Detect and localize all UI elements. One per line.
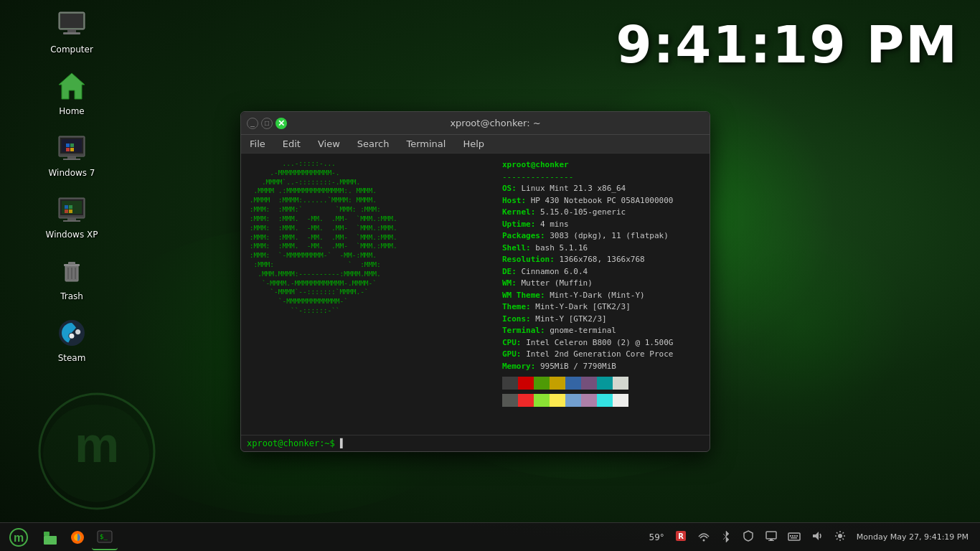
- windowsxp-icon[interactable]: Windows XP: [43, 192, 100, 240]
- neofetch-packages: Packages: 3083 (dpkg), 11 (flatpak): [502, 230, 705, 242]
- svg-line-61: [842, 532, 844, 534]
- terminal-body: ...-:::::-... .-MMMMMMMMMMMMM-. .MMMM`..…: [241, 154, 710, 435]
- svg-line-60: [842, 539, 844, 540]
- bluetooth-icon[interactable]: [717, 528, 735, 546]
- home-icon-image: [55, 69, 89, 103]
- svg-marker-4: [59, 73, 85, 99]
- swatch-0: [502, 377, 518, 390]
- neofetch-terminal: Terminal: gnome-terminal: [502, 325, 705, 337]
- svg-rect-44: [766, 532, 776, 539]
- svg-rect-13: [70, 148, 74, 151]
- svg-rect-48: [790, 535, 791, 537]
- svg-rect-19: [65, 205, 68, 209]
- swatch-4: [565, 377, 581, 390]
- svg-marker-53: [813, 532, 819, 540]
- svg-rect-12: [66, 148, 70, 151]
- svg-rect-9: [63, 159, 80, 160]
- svg-rect-46: [768, 540, 774, 541]
- swatch-10: [534, 394, 550, 407]
- svg-rect-11: [70, 143, 74, 147]
- swatch-6: [597, 377, 613, 390]
- steam-icon-image: [55, 316, 89, 350]
- brightness-icon[interactable]: [831, 528, 849, 546]
- computer-icon[interactable]: Computer: [43, 7, 100, 55]
- svg-rect-10: [66, 143, 70, 147]
- input-icon[interactable]: [785, 528, 804, 546]
- windows7-icon[interactable]: Windows 7: [43, 131, 100, 178]
- swatch-11: [550, 394, 565, 407]
- taskbar-apps: $_: [37, 524, 118, 550]
- neofetch-resolution: Resolution: 1366x768, 980x551: [502, 254, 705, 266]
- steam-icon[interactable]: Steam: [43, 316, 100, 363]
- taskbar-firefox[interactable]: [65, 524, 90, 550]
- neofetch-memory: Memory: 995MiB / 7790MiB: [502, 361, 705, 373]
- menu-terminal[interactable]: Terminal: [403, 137, 448, 151]
- swatch-13: [581, 394, 597, 407]
- svg-rect-3: [63, 32, 80, 34]
- neofetch-logo: ...-:::::-... .-MMMMMMMMMMMMM-. .MMMM`..…: [245, 159, 494, 316]
- system-tray: 59° R: [641, 528, 977, 546]
- svg-text:R: R: [678, 532, 684, 540]
- taskbar-files[interactable]: [37, 524, 63, 550]
- svg-rect-18: [63, 220, 80, 222]
- minimize-button[interactable]: _: [247, 118, 258, 129]
- cursor-blink: ▌: [335, 438, 345, 448]
- svg-rect-8: [67, 156, 76, 159]
- home-icon[interactable]: Home: [43, 69, 100, 116]
- swatch-7: [613, 377, 628, 390]
- swatch-15: [613, 394, 628, 407]
- neofetch-username: xproot@chonker: [502, 160, 569, 169]
- svg-point-43: [702, 540, 705, 542]
- taskbar-datetime[interactable]: Monday May 27, 9:41:19 PM: [854, 531, 971, 543]
- volume-icon[interactable]: [808, 528, 826, 546]
- desktop-clock: 9:41:19 PM: [616, 14, 958, 75]
- neofetch-wm-theme: WM Theme: Mint-Y-Dark (Mint-Y): [502, 290, 705, 302]
- redshift-icon[interactable]: R: [672, 528, 690, 546]
- security-icon[interactable]: [739, 528, 758, 546]
- neofetch-os: OS: Linux Mint 21.3 x86_64: [502, 183, 705, 195]
- swatch-1: [518, 377, 534, 390]
- neofetch-wm: WM: Mutter (Muffin): [502, 278, 705, 290]
- neofetch-shell: Shell: bash 5.1.16: [502, 242, 705, 255]
- desktop: 9:41:19 PM Computer Home: [0, 0, 980, 551]
- prompt-text: xproot@chonker:~$: [247, 438, 335, 448]
- terminal-prompt-line[interactable]: xproot@chonker:~$ ▌: [241, 435, 710, 451]
- neofetch-theme: Theme: Mint-Y-Dark [GTK2/3]: [502, 301, 705, 314]
- neofetch-icons: Icons: Mint-Y [GTK2/3]: [502, 314, 705, 326]
- svg-rect-22: [69, 209, 72, 213]
- windowsxp-label: Windows XP: [46, 230, 98, 240]
- menu-file[interactable]: File: [247, 137, 268, 151]
- svg-text:m: m: [14, 532, 24, 544]
- computer-label: Computer: [50, 44, 93, 55]
- menu-search[interactable]: Search: [354, 137, 392, 151]
- terminal-menubar: File Edit View Search Terminal Help: [241, 135, 710, 154]
- neofetch-cpu: CPU: Intel Celeron B800 (2) @ 1.500G: [502, 337, 705, 349]
- close-button[interactable]: ✕: [275, 118, 287, 129]
- svg-text:$_: $_: [100, 533, 108, 540]
- temperature-display: 59°: [646, 531, 667, 544]
- steam-label: Steam: [58, 353, 86, 363]
- maximize-button[interactable]: □: [261, 118, 273, 129]
- terminal-ascii-art[interactable]: ...-:::::-... .-MMMMMMMMMMMMM-. .MMMM`..…: [241, 154, 498, 435]
- svg-rect-35: [44, 532, 50, 536]
- trash-icon-image: [55, 254, 89, 288]
- terminal-window: _ □ ✕ xproot@chonker: ~ File Edit View S…: [240, 111, 710, 452]
- svg-rect-17: [67, 218, 76, 220]
- taskbar-terminal[interactable]: $_: [92, 524, 118, 550]
- neofetch-de: DE: Cinnamon 6.0.4: [502, 266, 705, 278]
- menu-edit[interactable]: Edit: [280, 137, 303, 151]
- svg-rect-51: [796, 535, 798, 537]
- titlebar-buttons: _ □ ✕: [247, 118, 287, 129]
- svg-rect-49: [792, 535, 793, 537]
- trash-icon[interactable]: Trash: [43, 254, 100, 301]
- neofetch-uptime: Uptime: 4 mins: [502, 219, 705, 231]
- network-icon[interactable]: [694, 528, 713, 546]
- swatch-5: [581, 377, 597, 390]
- display-icon[interactable]: [762, 528, 781, 546]
- swatch-3: [550, 377, 565, 390]
- menu-view[interactable]: View: [315, 137, 343, 151]
- trash-label: Trash: [60, 291, 83, 301]
- start-button[interactable]: m: [3, 524, 34, 550]
- menu-help[interactable]: Help: [460, 137, 487, 151]
- svg-rect-21: [65, 209, 68, 213]
